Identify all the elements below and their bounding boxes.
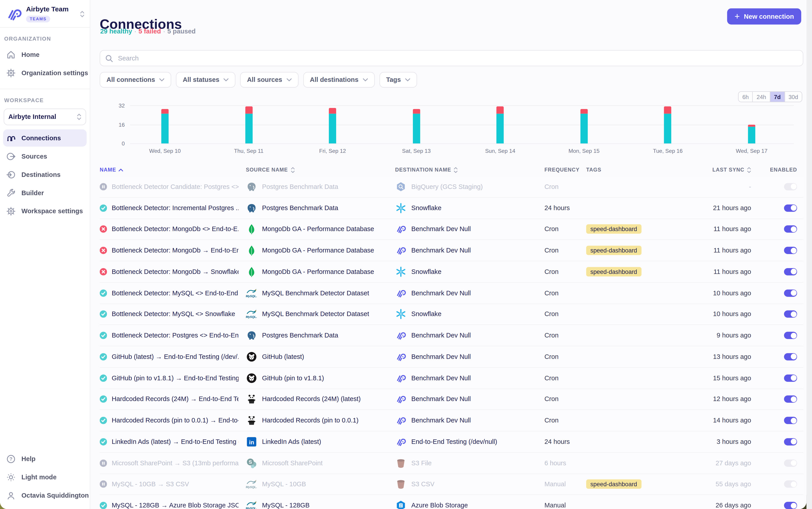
- enabled-toggle[interactable]: [784, 459, 797, 467]
- healthy-segment: [413, 114, 420, 143]
- chevron-down-icon: [405, 78, 410, 81]
- table-row[interactable]: Microsoft SharePoint → S3 (13mb performa…: [100, 452, 803, 474]
- src-name: MySQL Benchmark Detector Dataset: [262, 289, 369, 297]
- x-axis-label: Tue, Sep 16: [639, 148, 696, 154]
- postgres-icon: [246, 203, 257, 213]
- table-row[interactable]: Bottleneck Detector: MongoDb → End-to-En…: [100, 240, 803, 261]
- table-row[interactable]: Bottleneck Detector: MySQL <> SnowflakeM…: [100, 304, 803, 325]
- status-healthy-icon: [100, 374, 107, 382]
- sidebar-item-connections[interactable]: Connections: [3, 129, 87, 146]
- hardcoded-icon: [246, 394, 257, 405]
- status-paused-icon: [100, 481, 107, 488]
- section-label-workspace: WORKSPACE: [4, 97, 90, 103]
- x-axis-label: Fri, Sep 12: [304, 148, 361, 154]
- enabled-toggle[interactable]: [784, 289, 797, 297]
- sort-icon: [454, 167, 458, 173]
- enabled-toggle[interactable]: [784, 417, 797, 424]
- page-scroll-track[interactable]: [806, 0, 812, 509]
- sidebar-item-builder[interactable]: Builder: [3, 184, 87, 201]
- enabled-toggle[interactable]: [784, 247, 797, 254]
- table-row[interactable]: GitHub (latest) → End-to-End Testing (/d…: [100, 346, 803, 368]
- connection-name: MySQL - 128GB → Azure Blob Storage JSOn …: [111, 502, 238, 509]
- healthy-segment: [329, 114, 336, 143]
- table-row[interactable]: Hardcoded Records (pin to 0.0.1) → End-t…: [100, 410, 803, 431]
- new-connection-button[interactable]: + New connection: [727, 8, 801, 24]
- table-row[interactable]: Bottleneck Detector: Postgres <> End-to-…: [100, 325, 803, 346]
- range-option-7d[interactable]: 7d: [770, 92, 784, 102]
- table-row[interactable]: LinkedIn Ads (latest) → End-to-End Testi…: [100, 431, 803, 452]
- enabled-toggle[interactable]: [784, 353, 797, 361]
- enabled-toggle[interactable]: [784, 481, 797, 488]
- workspace-selector[interactable]: Airbyte Internal: [4, 108, 86, 125]
- enabled-toggle[interactable]: [784, 438, 797, 445]
- filter-tags[interactable]: Tags: [380, 72, 417, 88]
- enabled-toggle[interactable]: [784, 310, 797, 318]
- healthy-segment: [580, 114, 588, 143]
- column-header-source-name[interactable]: SOURCE NAME: [246, 167, 395, 173]
- sharepoint-icon: S: [246, 457, 257, 468]
- chart-bar-fri-sep-12: [329, 108, 336, 143]
- sidebar-item-home[interactable]: Home: [3, 46, 87, 63]
- enabled-toggle[interactable]: [784, 374, 797, 382]
- table-row[interactable]: Bottleneck Detector: MongoDb <> End-to-E…: [100, 219, 803, 240]
- chart-bar-sat-sep-13: [413, 109, 420, 143]
- enabled-toggle[interactable]: [784, 502, 797, 509]
- table-row[interactable]: MySQL - 10GB → S3 CSVMySQL.MySQL - 10GBS…: [100, 474, 803, 495]
- frequency-value: Cron: [544, 310, 558, 318]
- dest-name: Snowflake: [411, 204, 442, 212]
- range-option-30d[interactable]: 30d: [784, 92, 802, 102]
- enabled-toggle[interactable]: [784, 332, 797, 339]
- connection-name: Microsoft SharePoint → S3 (13mb performa…: [111, 459, 238, 467]
- enabled-toggle[interactable]: [784, 183, 797, 191]
- table-row[interactable]: Hardcoded Records (24M) → End-to-End Te.…: [100, 389, 803, 410]
- status-healthy-icon: [100, 204, 107, 212]
- enabled-toggle[interactable]: [784, 226, 797, 233]
- frequency-value: Cron: [544, 268, 558, 275]
- sidebar-item-destinations[interactable]: Destinations: [3, 166, 87, 183]
- sidebar-footer-help[interactable]: ?Help: [3, 450, 87, 467]
- chart-bar-thu-sep-11: [245, 107, 253, 143]
- enabled-toggle[interactable]: [784, 204, 797, 212]
- sidebar-item-sources[interactable]: Sources: [3, 148, 87, 165]
- src-name: Postgres Benchmark Data: [262, 183, 338, 191]
- filter-all-sources[interactable]: All sources: [240, 72, 298, 88]
- column-header-name[interactable]: NAME: [100, 167, 246, 173]
- range-option-24h[interactable]: 24h: [752, 92, 770, 102]
- table-row[interactable]: Bottleneck Detector: MySQL <> End-to-End…: [100, 282, 803, 304]
- sidebar-footer-light-mode[interactable]: Light mode: [3, 468, 87, 485]
- src-name: MySQL Benchmark Detector Dataset: [262, 310, 369, 318]
- postgres-icon: [246, 181, 257, 192]
- range-option-6h[interactable]: 6h: [739, 92, 752, 102]
- enabled-toggle[interactable]: [784, 268, 797, 275]
- sidebar-item-workspace-settings[interactable]: Workspace settings: [3, 202, 87, 219]
- sidebar-footer-octavia-squiddington[interactable]: Octavia Squiddington: [3, 487, 87, 504]
- last-sync-value: 21 hours ago: [713, 204, 751, 212]
- table-row[interactable]: MySQL - 128GB → Azure Blob Storage JSOn …: [100, 495, 803, 509]
- org-switcher[interactable]: Airbyte Team TEAMS: [0, 0, 90, 28]
- y-axis-tick: 32: [100, 102, 125, 108]
- table-row[interactable]: Bottleneck Detector: Incremental Postgre…: [100, 198, 803, 219]
- table-row[interactable]: Bottleneck Detector Candidate: Postgres …: [100, 176, 803, 197]
- column-header-frequency: FREQUENCY: [544, 167, 586, 173]
- org-name: Airbyte Team: [26, 5, 80, 13]
- mongodb-icon: [246, 266, 257, 277]
- column-header-destination-name[interactable]: DESTINATION NAME: [395, 167, 544, 173]
- connection-name: MySQL - 10GB → S3 CSV: [111, 481, 189, 488]
- frequency-value: Manual: [544, 481, 566, 488]
- table-row[interactable]: GitHub (pin to v1.8.1) → End-to-End Test…: [100, 368, 803, 389]
- connection-name: Bottleneck Detector Candidate: Postgres …: [111, 183, 238, 191]
- last-sync-value: -: [749, 183, 751, 191]
- column-header-last-sync[interactable]: LAST SYNC: [697, 167, 752, 173]
- enabled-toggle[interactable]: [784, 396, 797, 403]
- dest-name: Benchmark Dev Null: [411, 247, 471, 254]
- filter-all-connections[interactable]: All connections: [100, 72, 171, 88]
- paused-count: 5 paused: [167, 28, 196, 35]
- filter-all-statuses[interactable]: All statuses: [176, 72, 235, 88]
- src-name: Postgres Benchmark Data: [262, 332, 338, 339]
- search-input[interactable]: [117, 54, 798, 62]
- failed-segment: [748, 125, 755, 127]
- filter-all-destinations[interactable]: All destinations: [303, 72, 375, 88]
- table-row[interactable]: Bottleneck Detector: MongoDb → Snowflake…: [100, 262, 803, 282]
- connections-table: Bottleneck Detector Candidate: Postgres …: [100, 176, 803, 509]
- sidebar-item-organization-settings[interactable]: Organization settings: [3, 64, 87, 81]
